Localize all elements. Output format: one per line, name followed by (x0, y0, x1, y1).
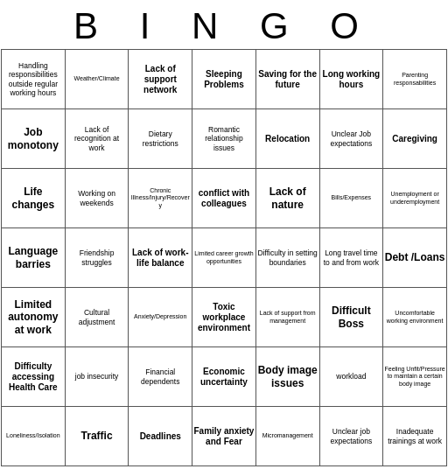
bingo-grid: Handling responsibilities outside regula… (1, 49, 447, 466)
cell-r3-c5: Long travel time to and from work (319, 228, 383, 288)
cell-r4-c5: Difficult Boss (319, 288, 383, 347)
cell-r3-c1: Friendship struggles (65, 228, 129, 288)
cell-r1-c0: Job monotony (2, 109, 66, 169)
cell-r3-c3: Limited career growth opportunities (192, 228, 256, 288)
cell-r2-c0: Life changes (2, 169, 66, 228)
cell-r4-c2: Anxiety/Depression (129, 288, 192, 347)
cell-r5-c0: Difficulty accessing Health Care (2, 347, 66, 407)
cell-r4-c1: Cultural adjustment (65, 288, 129, 347)
cell-r4-c0: Limited autonomy at work (2, 288, 66, 347)
cell-r6-c6: Inadequate trainings at work (383, 407, 447, 466)
cell-r2-c5: Bills/Expenses (319, 169, 383, 228)
cell-r3-c2: Lack of work-life balance (129, 228, 192, 288)
cell-r4-c4: Lack of support from management (256, 288, 319, 347)
cell-r2-c1: Working on weekends (65, 169, 129, 228)
cell-r2-c2: Chronic Illness/Injury/Recovery (129, 169, 192, 228)
cell-r2-c4: Lack of nature (256, 169, 319, 228)
cell-r3-c0: Language barries (2, 228, 66, 288)
cell-r5-c6: Feeling Unfit/Pressure to maintain a cer… (383, 347, 447, 407)
cell-r5-c3: Economic uncertainty (192, 347, 256, 407)
cell-r5-c5: workload (319, 347, 383, 407)
cell-r5-c1: job insecurity (65, 347, 129, 407)
cell-r0-c6: Parenting responsabilities (383, 50, 447, 109)
cell-r5-c4: Body image issues (256, 347, 319, 407)
cell-r2-c3: conflict with colleagues (192, 169, 256, 228)
cell-r6-c4: Micromanagement (256, 407, 319, 466)
cell-r0-c2: Lack of support network (129, 50, 192, 109)
cell-r1-c3: Romantic relationship issues (192, 109, 256, 169)
cell-r6-c3: Family anxiety and Fear (192, 407, 256, 466)
cell-r6-c0: Loneliness/Isolation (2, 407, 66, 466)
cell-r0-c4: Saving for the future (256, 50, 319, 109)
cell-r4-c6: Uncomfortable working environment (383, 288, 447, 347)
cell-r0-c5: Long working hours (319, 50, 383, 109)
cell-r6-c5: Unclear job expectations (319, 407, 383, 466)
cell-r4-c3: Toxic workplace environment (192, 288, 256, 347)
cell-r0-c3: Sleeping Problems (192, 50, 256, 109)
cell-r0-c0: Handling responsibilities outside regula… (2, 50, 66, 109)
cell-r6-c1: Traffic (65, 407, 129, 466)
cell-r1-c1: Lack of recognition at work (65, 109, 129, 169)
cell-r2-c6: Unemployment or underemployment (383, 169, 447, 228)
cell-r1-c2: Dietary restrictions (129, 109, 192, 169)
cell-r3-c4: Difficulty in setting boundaries (256, 228, 319, 288)
cell-r0-c1: Weather/Climate (65, 50, 129, 109)
cell-r5-c2: Financial dependents (129, 347, 192, 407)
cell-r6-c2: Deadlines (129, 407, 192, 466)
cell-r3-c6: Debt /Loans (383, 228, 447, 288)
bingo-title: B I N G O (0, 0, 448, 49)
cell-r1-c5: Unclear Job expectations (319, 109, 383, 169)
cell-r1-c4: Relocation (256, 109, 319, 169)
cell-r1-c6: Caregiving (383, 109, 447, 169)
